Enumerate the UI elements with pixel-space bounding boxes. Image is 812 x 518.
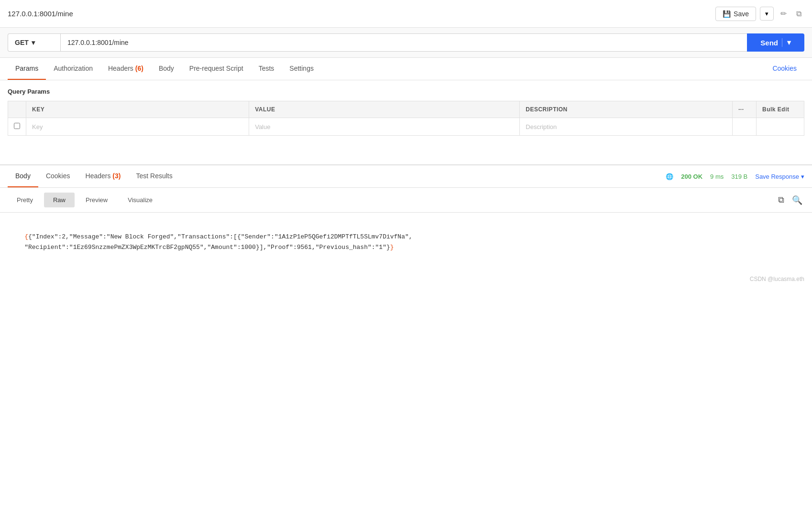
save-button[interactable]: 💾 Save [715, 7, 756, 21]
search-response-button[interactable]: 🔍 [790, 193, 804, 207]
response-tab-body[interactable]: Body [8, 165, 38, 187]
method-label: GET [15, 39, 29, 46]
response-tab-test-results[interactable]: Test Results [128, 165, 180, 187]
desc-input-cell[interactable]: Description [520, 118, 733, 136]
response-section: Body Cookies Headers (3) Test Results 🌐 … [0, 164, 812, 272]
bulk-edit-col-header[interactable]: Bulk Edit [757, 101, 804, 118]
globe-icon: 🌐 [666, 173, 673, 180]
value-col-header: VALUE [249, 101, 520, 118]
format-tabs: Pretty Raw Preview Visualize ⧉ 🔍 [0, 188, 812, 213]
row-actions [733, 118, 757, 136]
desc-col-header: DESCRIPTION [520, 101, 733, 118]
send-button[interactable]: Send [747, 33, 804, 52]
response-meta: 🌐 200 OK 9 ms 319 B Save Response [666, 173, 804, 180]
tab-authorization[interactable]: Authorization [46, 58, 100, 80]
row-checkbox[interactable] [8, 118, 26, 136]
actions-dots-icon [738, 106, 744, 113]
response-status: 200 OK [681, 173, 702, 180]
copy-icon: ⧉ [778, 195, 784, 205]
request-bar: GET Send [0, 28, 812, 58]
table-row: Key Value Description [8, 118, 804, 136]
save-label: Save [734, 10, 749, 18]
search-icon: 🔍 [792, 195, 802, 205]
tab-settings[interactable]: Settings [282, 58, 321, 80]
request-title: 127.0.0.1:8001/mine [8, 10, 73, 18]
save-response-button[interactable]: Save Response [755, 173, 804, 180]
url-input[interactable] [60, 33, 747, 52]
format-actions: ⧉ 🔍 [776, 193, 804, 207]
response-body: {{"Index":2,"Message":"New Block Forged"… [0, 213, 812, 272]
send-label: Send [760, 39, 778, 47]
copy-button[interactable]: ⧉ [793, 7, 804, 21]
format-tab-pretty[interactable]: Pretty [8, 193, 42, 207]
top-bar: 127.0.0.1:8001/mine 💾 Save ✏ ⧉ [0, 0, 812, 28]
tab-cookies[interactable]: Cookies [765, 58, 804, 80]
method-selector[interactable]: GET [8, 33, 60, 52]
response-size: 319 B [731, 173, 747, 180]
tab-body[interactable]: Body [151, 58, 182, 80]
actions-col-header [733, 101, 757, 118]
key-input-cell[interactable]: Key [26, 118, 249, 136]
query-params-label: Query Params [8, 88, 804, 95]
format-tab-raw[interactable]: Raw [44, 193, 75, 207]
value-input-cell[interactable]: Value [249, 118, 520, 136]
chevron-down-icon [765, 10, 768, 17]
checkbox-col-header [8, 101, 26, 118]
format-tab-visualize[interactable]: Visualize [119, 193, 162, 207]
edit-button[interactable]: ✏ [778, 6, 790, 21]
tab-params[interactable]: Params [8, 58, 46, 80]
tab-headers[interactable]: Headers (6) [100, 58, 151, 80]
response-tab-headers[interactable]: Headers (3) [78, 165, 129, 187]
method-chevron-icon [32, 39, 35, 46]
params-table: KEY VALUE DESCRIPTION Bulk Edit Key Valu… [8, 101, 804, 136]
top-bar-actions: 💾 Save ✏ ⧉ [715, 6, 804, 21]
save-icon: 💾 [723, 10, 731, 18]
format-tab-preview[interactable]: Preview [77, 193, 117, 207]
request-tabs: Params Authorization Headers (6) Body Pr… [0, 58, 812, 80]
params-section: Query Params KEY VALUE DESCRIPTION Bulk … [0, 80, 812, 136]
response-tab-cookies[interactable]: Cookies [38, 165, 78, 187]
save-dropdown-button[interactable] [760, 7, 774, 21]
bulk-edit-cell [757, 118, 804, 136]
save-response-chevron-icon [801, 173, 804, 180]
response-tabs: Body Cookies Headers (3) Test Results 🌐 … [0, 165, 812, 188]
watermark: CSDN @lucasma.eth [0, 272, 812, 286]
copy-response-button[interactable]: ⧉ [776, 193, 786, 207]
send-chevron-icon[interactable] [782, 38, 791, 47]
key-col-header: KEY [26, 101, 249, 118]
response-time: 9 ms [710, 173, 724, 180]
tab-tests[interactable]: Tests [251, 58, 282, 80]
tab-pre-request-script[interactable]: Pre-request Script [182, 58, 251, 80]
